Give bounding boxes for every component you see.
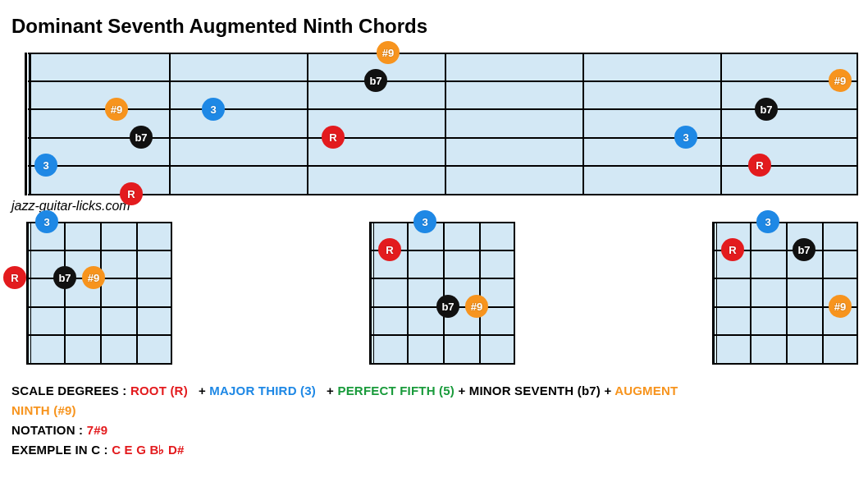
- svg-rect-1: [29, 53, 31, 195]
- note-third: 3: [35, 210, 58, 233]
- note-root: R: [120, 182, 143, 205]
- note-seventh: b7: [793, 238, 815, 261]
- note-root: R: [322, 126, 345, 149]
- legend-seventh: MINOR SEVENTH (b7): [469, 384, 601, 397]
- svg-rect-5: [373, 222, 374, 365]
- legend-third: MAJOR THIRD (3): [209, 384, 316, 397]
- small-fretboard-1: R 3 b7 #9: [8, 222, 172, 365]
- svg-rect-0: [25, 53, 27, 195]
- plus-icon: +: [604, 384, 611, 397]
- example-label: EXEMPLE IN C :: [11, 443, 108, 457]
- note-seventh: b7: [436, 295, 459, 318]
- note-ninth: #9: [829, 295, 852, 318]
- svg-rect-3: [30, 222, 31, 365]
- note-seventh: b7: [364, 69, 387, 92]
- note-ninth: #9: [465, 295, 488, 318]
- plus-icon: +: [458, 384, 465, 397]
- note-seventh: b7: [755, 98, 778, 121]
- legend-root: ROOT (R): [130, 384, 188, 397]
- note-seventh: b7: [53, 266, 76, 289]
- note-seventh: b7: [130, 126, 153, 149]
- note-third: 3: [413, 210, 436, 233]
- legend-notation: NOTATION : 7#9: [11, 420, 860, 440]
- nut: [369, 222, 374, 365]
- svg-rect-7: [716, 222, 717, 365]
- note-third: 3: [756, 210, 779, 233]
- note-ninth: #9: [829, 69, 852, 92]
- svg-rect-4: [369, 222, 372, 365]
- note-root: R: [378, 238, 401, 261]
- note-ninth: #9: [377, 41, 400, 64]
- nut: [712, 222, 717, 365]
- page-title: Dominant Seventh Augmented Ninth Chords: [11, 15, 860, 38]
- note-root: R: [748, 154, 771, 177]
- note-ninth: #9: [82, 266, 105, 289]
- legend-fifth: PERFECT FIFTH (5): [337, 384, 455, 397]
- main-fretboard: R 3 b7 #9 3 R b7 #9 3 b7 R #9: [8, 53, 858, 195]
- svg-rect-2: [26, 222, 29, 365]
- svg-rect-6: [712, 222, 715, 365]
- note-third: 3: [34, 154, 57, 177]
- legend-block: SCALE DEGREES : ROOT (R) + MAJOR THIRD (…: [11, 381, 860, 460]
- small-fretboards-row: R 3 b7 #9 R 3 b7 #9 R 3 b7 #9: [8, 222, 858, 365]
- note-third: 3: [202, 98, 225, 121]
- note-root: R: [721, 238, 744, 261]
- legend-ninth: AUGMENT: [614, 384, 678, 397]
- scale-degrees-label: SCALE DEGREES :: [11, 384, 127, 397]
- note-root: R: [3, 266, 26, 289]
- example-value: C E G B♭ D#: [112, 443, 184, 457]
- note-ninth: #9: [105, 98, 128, 121]
- small-fretboard-3: R 3 b7 #9: [694, 222, 858, 365]
- plus-icon: +: [327, 384, 334, 397]
- notation-label: NOTATION :: [11, 423, 83, 437]
- nut: [26, 222, 31, 365]
- plus-icon: +: [199, 384, 206, 397]
- nut: [25, 53, 31, 195]
- fretboard-bg: [28, 53, 858, 195]
- legend-scale-degrees: SCALE DEGREES : ROOT (R) + MAJOR THIRD (…: [11, 381, 860, 401]
- note-third: 3: [674, 126, 697, 149]
- notation-value: 7#9: [87, 423, 108, 437]
- legend-ninth-cont: NINTH (#9): [11, 403, 76, 417]
- small-fretboard-2: R 3 b7 #9: [351, 222, 515, 365]
- legend-example: EXEMPLE IN C : C E G B♭ D#: [11, 440, 860, 460]
